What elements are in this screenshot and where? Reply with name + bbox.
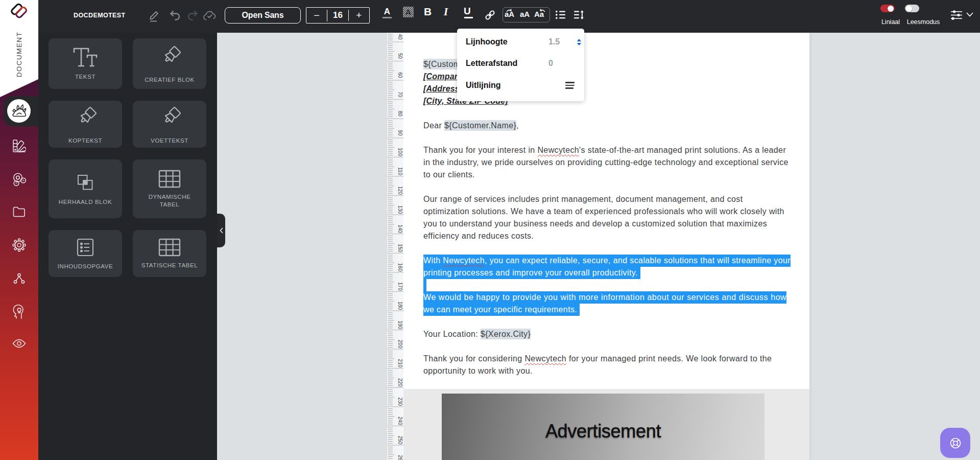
svg-text:100: 100 (397, 148, 403, 156)
svg-text:260: 260 (397, 455, 403, 460)
svg-text:210: 210 (397, 359, 403, 367)
svg-text:70: 70 (397, 91, 403, 98)
svg-text:H: H (15, 182, 17, 185)
svg-text:240: 240 (397, 417, 403, 425)
svg-text:120: 120 (397, 186, 403, 195)
svg-text:A: A (405, 8, 411, 16)
svg-text:H: H (22, 179, 24, 182)
svg-text:140: 140 (397, 224, 403, 233)
svg-text:200: 200 (397, 340, 403, 349)
svg-text:180: 180 (397, 302, 403, 310)
svg-text:60: 60 (397, 73, 403, 79)
svg-text:190: 190 (397, 320, 403, 329)
svg-text:150: 150 (397, 244, 403, 252)
svg-text:90: 90 (397, 130, 403, 136)
svg-text:230: 230 (397, 397, 403, 406)
svg-text:160: 160 (397, 263, 403, 272)
svg-text:40: 40 (397, 34, 403, 40)
svg-text:110: 110 (397, 167, 403, 175)
svg-text:50: 50 (397, 53, 403, 59)
svg-text:170: 170 (397, 282, 403, 291)
svg-text:80: 80 (397, 111, 403, 117)
svg-text:130: 130 (397, 205, 403, 214)
svg-text:220: 220 (397, 378, 403, 387)
svg-text:250: 250 (397, 436, 403, 445)
